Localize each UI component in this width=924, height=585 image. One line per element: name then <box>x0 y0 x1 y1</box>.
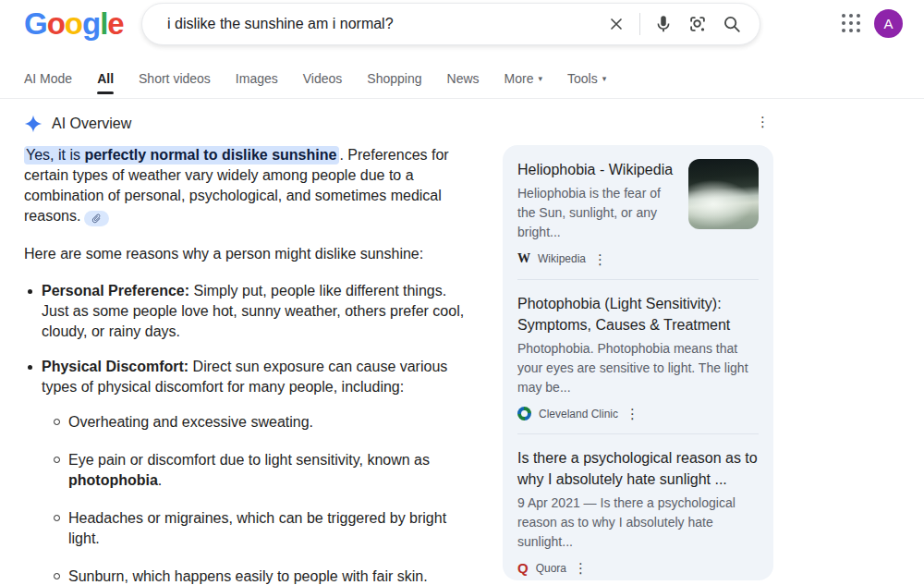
divider <box>517 433 759 434</box>
answer-bold-text: perfectly normal to dislike sunshine <box>84 147 336 163</box>
citation-chip[interactable] <box>84 211 109 226</box>
logo-letter: e <box>107 6 123 41</box>
tab-images[interactable]: Images <box>236 71 278 86</box>
list-item: Headaches or migraines, which can be tri… <box>55 508 471 549</box>
ai-sparkle-icon <box>24 115 43 133</box>
highlighted-answer[interactable]: Yes, it is perfectly normal to dislike s… <box>24 146 339 165</box>
source-card-quora[interactable]: Is there a psychological reason as to wh… <box>517 447 759 575</box>
ai-overview-label: AI Overview <box>52 116 131 132</box>
card-title[interactable]: Photophobia (Light Sensitivity): Symptom… <box>517 293 759 335</box>
tab-label: Short videos <box>139 71 211 86</box>
tab-label: News <box>447 71 480 86</box>
card-menu-icon[interactable]: ⋮ <box>626 407 639 420</box>
results-tabs: AI Mode All Short videos Images Videos S… <box>24 69 924 88</box>
clear-icon[interactable] <box>605 13 627 35</box>
answer-paragraph: Yes, it is perfectly normal to dislike s… <box>24 145 471 226</box>
circle-bullet-icon <box>54 419 60 425</box>
search-header: Google A <box>0 0 924 52</box>
tab-short-videos[interactable]: Short videos <box>139 71 211 86</box>
discomfort-sublist: Overheating and excessive sweating. Eye … <box>42 412 471 585</box>
card-menu-icon[interactable]: ⋮ <box>574 561 588 575</box>
tab-label: AI Mode <box>24 71 72 86</box>
source-name: Cleveland Clinic <box>539 408 618 420</box>
tab-ai-mode[interactable]: AI Mode <box>24 71 72 86</box>
card-snippet: Heliophobia is the fear of the Sun, sunl… <box>517 184 676 242</box>
chevron-down-icon: ▾ <box>602 74 607 83</box>
cleveland-clinic-icon <box>517 407 531 420</box>
search-icon[interactable] <box>721 13 743 35</box>
ai-overview-menu-icon[interactable]: ⋮ <box>756 115 770 128</box>
bullet-icon <box>28 365 32 370</box>
tab-label: Tools <box>567 71 598 86</box>
divider <box>639 13 640 35</box>
tab-all[interactable]: All <box>97 71 114 86</box>
search-bar[interactable] <box>141 3 760 45</box>
card-snippet: Photophobia. Photophobia means that your… <box>517 339 759 397</box>
bullet-text-bold: photophobia <box>68 472 158 488</box>
circle-bullet-icon <box>54 515 60 521</box>
google-apps-icon[interactable] <box>842 14 861 33</box>
tab-videos[interactable]: Videos <box>303 71 343 86</box>
bullet-lead: Physical Discomfort: <box>42 359 188 374</box>
circle-bullet-icon <box>54 457 60 463</box>
tab-shopping[interactable]: Shopping <box>367 71 421 86</box>
ai-overview-header: AI Overview ⋮ <box>24 115 773 133</box>
bullet-lead: Personal Preference: <box>42 283 189 299</box>
card-snippet: 9 Apr 2021 — Is there a psychological re… <box>517 494 759 552</box>
logo-letter: o <box>47 6 65 41</box>
list-item: Personal Preference: Simply put, people … <box>42 281 471 342</box>
logo-letter: g <box>82 6 100 41</box>
microphone-icon[interactable] <box>652 13 675 35</box>
bullet-text: Eye pain or discomfort due to light sens… <box>55 450 471 491</box>
source-card-wikipedia[interactable]: Heliophobia - Wikipedia Heliophobia is t… <box>517 159 759 266</box>
circle-bullet-icon <box>54 573 60 579</box>
card-menu-icon[interactable]: ⋮ <box>593 252 607 266</box>
cloudy-sky-thumbnail <box>688 159 759 229</box>
bullet-icon <box>28 289 32 294</box>
reasons-list: Personal Preference: Simply put, people … <box>24 281 471 585</box>
tab-more[interactable]: More▾ <box>505 71 542 86</box>
google-lens-icon[interactable] <box>687 13 709 35</box>
list-item: Overheating and excessive sweating. <box>55 412 471 433</box>
bullet-text: Headaches or migraines, which can be tri… <box>55 508 471 549</box>
card-title[interactable]: Heliophobia - Wikipedia <box>517 159 676 180</box>
quora-icon: Q <box>517 561 529 575</box>
chevron-down-icon: ▾ <box>538 74 542 83</box>
card-title[interactable]: Is there a psychological reason as to wh… <box>517 447 759 490</box>
logo-letter: o <box>65 6 82 41</box>
header-divider <box>0 98 924 99</box>
paperclip-icon <box>90 212 104 226</box>
tab-label: Videos <box>303 71 343 86</box>
tab-news[interactable]: News <box>447 71 480 86</box>
divider <box>517 279 759 280</box>
bullet-text-post: . <box>158 472 162 488</box>
bullet-text: Overheating and excessive sweating. <box>55 412 471 433</box>
bullet-text-pre: Eye pain or discomfort due to light sens… <box>68 452 430 468</box>
avatar[interactable]: A <box>874 9 903 38</box>
source-name: Quora <box>536 562 566 575</box>
sources-panel: Heliophobia - Wikipedia Heliophobia is t… <box>503 145 773 580</box>
source-name: Wikipedia <box>538 252 586 265</box>
tab-label: More <box>505 71 534 86</box>
list-item: Physical Discomfort: Direct sun exposure… <box>42 357 471 585</box>
intro-paragraph: Here are some reasons why a person might… <box>24 244 471 264</box>
results-content: Yes, it is perfectly normal to dislike s… <box>24 145 773 585</box>
list-item: Eye pain or discomfort due to light sens… <box>55 450 471 491</box>
tab-tools[interactable]: Tools▾ <box>567 71 606 86</box>
ai-overview-text: Yes, it is perfectly normal to dislike s… <box>24 145 471 585</box>
tab-label: Images <box>236 71 278 86</box>
tab-label: All <box>97 71 114 86</box>
wikipedia-icon: W <box>517 251 530 266</box>
source-card-cleveland-clinic[interactable]: Photophobia (Light Sensitivity): Symptom… <box>517 293 759 420</box>
active-tab-underline <box>97 91 114 94</box>
logo-letter: G <box>24 6 47 41</box>
tab-label: Shopping <box>367 71 421 86</box>
search-input[interactable] <box>165 15 605 33</box>
google-logo[interactable]: Google <box>24 6 124 43</box>
bullet-text: Sunburn, which happens easily to people … <box>55 567 471 585</box>
list-item: Sunburn, which happens easily to people … <box>55 567 471 585</box>
answer-text: Yes, it is <box>26 147 84 163</box>
